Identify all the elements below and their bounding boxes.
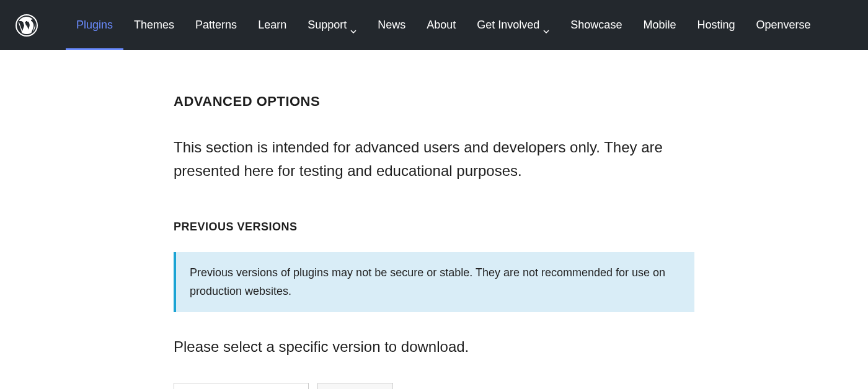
nav-item-label: Mobile [643, 19, 676, 32]
section-description: This section is intended for advanced us… [174, 136, 694, 183]
main-content: ADVANCED OPTIONS This section is intende… [174, 50, 694, 389]
version-select[interactable]: Development Version [174, 383, 309, 389]
nav-item-about[interactable]: About [416, 0, 466, 50]
nav-item-label: Hosting [697, 19, 735, 32]
nav-item-label: Openverse [756, 19, 810, 32]
nav-item-label: Learn [258, 19, 286, 32]
nav-item-learn[interactable]: Learn [247, 0, 297, 50]
nav-item-news[interactable]: News [367, 0, 416, 50]
nav-item-showcase[interactable]: Showcase [560, 0, 632, 50]
nav-item-plugins[interactable]: Plugins [66, 0, 123, 50]
nav-item-label: Themes [134, 19, 174, 32]
nav-item-label: Support [308, 19, 347, 32]
top-navigation: Plugins Themes Patterns Learn Support Ne… [0, 0, 868, 50]
subsection-heading: PREVIOUS VERSIONS [174, 221, 694, 234]
section-heading: ADVANCED OPTIONS [174, 94, 694, 110]
wordpress-logo-icon[interactable] [16, 14, 38, 37]
nav-item-get-involved[interactable]: Get Involved [466, 0, 560, 50]
nav-item-label: News [378, 19, 405, 32]
nav-item-label: Patterns [195, 19, 237, 32]
download-row: Development Version Download [174, 383, 694, 389]
warning-notice: Previous versions of plugins may not be … [174, 252, 694, 312]
notice-text: Previous versions of plugins may not be … [190, 263, 681, 301]
nav-item-support[interactable]: Support [297, 0, 367, 50]
nav-item-label: Showcase [570, 19, 622, 32]
chevron-down-icon [543, 24, 549, 27]
nav-item-themes[interactable]: Themes [123, 0, 185, 50]
nav-item-patterns[interactable]: Patterns [185, 0, 247, 50]
nav-item-label: Plugins [76, 19, 113, 32]
nav-item-mobile[interactable]: Mobile [632, 0, 686, 50]
instruction-text: Please select a specific version to down… [174, 336, 694, 358]
download-button[interactable]: Download [317, 383, 393, 389]
nav-item-hosting[interactable]: Hosting [686, 0, 745, 50]
nav-items-container: Plugins Themes Patterns Learn Support Ne… [66, 0, 822, 50]
chevron-down-icon [350, 24, 356, 27]
nav-item-label: About [427, 19, 456, 32]
nav-item-openverse[interactable]: Openverse [745, 0, 821, 50]
nav-item-label: Get Involved [477, 19, 539, 32]
